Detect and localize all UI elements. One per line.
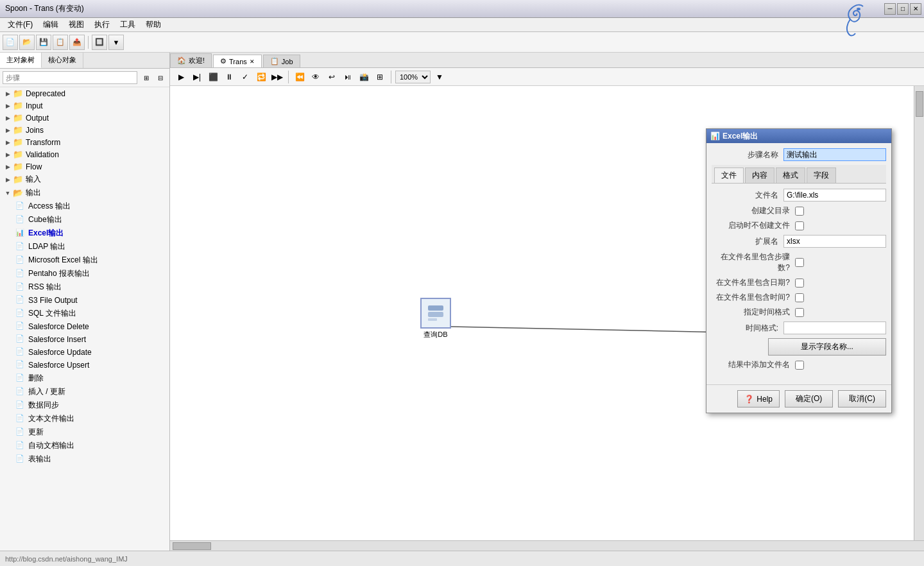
tree-child-sf-upsert[interactable]: 📄 Salesforce Upsert: [13, 359, 169, 372]
dialog-tab-fields[interactable]: 字段: [807, 167, 836, 183]
layers-arrow-btn[interactable]: ▼: [108, 35, 124, 50]
tab-main-objects[interactable]: 主对象树: [0, 53, 42, 68]
tree-child-textout[interactable]: 📄 文本文件输出: [13, 412, 169, 425]
createdir-checkbox[interactable]: [795, 207, 804, 216]
time-label: 在文件名里包含时间?: [712, 292, 795, 303]
zoom-dropdown-btn[interactable]: ▼: [432, 70, 447, 84]
tree-child-rss[interactable]: 📄 RSS 输出: [13, 280, 169, 294]
minimize-btn[interactable]: ─: [884, 3, 896, 15]
tree-child-access[interactable]: 📄 Access 输出: [13, 200, 169, 213]
tab-core-objects[interactable]: 核心对象: [42, 53, 83, 68]
tree-child-pentaho[interactable]: 📄 Pentaho 报表输出: [13, 267, 169, 280]
tree-child-sql[interactable]: 📄 SQL 文件输出: [13, 307, 169, 320]
tree-item-flow[interactable]: ▶ 📁 Flow: [0, 160, 169, 173]
tree-child-ldap[interactable]: 📄 LDAP 输出: [13, 240, 169, 253]
menu-execute[interactable]: 执行: [89, 18, 115, 31]
menu-file[interactable]: 文件(F): [3, 18, 38, 31]
saveas-btn[interactable]: 📋: [53, 35, 68, 50]
addfilename-label: 结果中添加文件名: [712, 359, 795, 370]
tree-child-update[interactable]: 📄 更新: [13, 425, 169, 439]
tree-child-excel[interactable]: 📊 Excel输出: [13, 227, 169, 240]
replay-btn[interactable]: ↩: [325, 70, 339, 84]
tree-child-s3[interactable]: 📄 S3 File Output: [13, 294, 169, 307]
tree-item-deprecated[interactable]: ▶ 📁 Deprecated: [0, 87, 169, 99]
tree-child-access-label: Access 输出: [28, 201, 71, 212]
tree-item-validation[interactable]: ▶ 📁 Validation: [0, 148, 169, 160]
tab-trans-close[interactable]: ✕: [250, 58, 255, 65]
tab-trans[interactable]: ⚙ Trans ✕: [213, 55, 262, 67]
stepnr-checkbox[interactable]: [795, 258, 804, 267]
tab-welcome[interactable]: 🏠 欢迎!: [170, 53, 212, 67]
dontcreate-checkbox[interactable]: [795, 221, 804, 230]
pause-btn[interactable]: ⏸: [222, 70, 236, 84]
bottom-scrollbar[interactable]: [170, 540, 924, 551]
export-btn[interactable]: 📤: [69, 35, 85, 50]
tree-child-sf-delete[interactable]: 📄 Salesforce Delete: [13, 320, 169, 333]
menu-tools[interactable]: 工具: [115, 18, 141, 31]
search-input[interactable]: [3, 71, 137, 84]
layers-btn[interactable]: 🔲: [92, 35, 107, 50]
stop-btn[interactable]: ⬛: [206, 70, 220, 84]
stepname-input[interactable]: [783, 148, 886, 161]
open-btn[interactable]: 📂: [19, 35, 35, 50]
zoom-select[interactable]: 100% 75% 50% 125% 150% 200%: [395, 71, 431, 83]
tab-job[interactable]: 📋 Job: [263, 55, 300, 67]
tree-child-sf-insert[interactable]: 📄 Salesforce Insert: [13, 333, 169, 346]
new-btn[interactable]: 📄: [3, 35, 18, 50]
tree-child-msexcel[interactable]: 📄 Microsoft Excel 输出: [13, 253, 169, 267]
tree-child-insert-update[interactable]: 📄 插入 / 更新: [13, 385, 169, 399]
tree-child-tableout[interactable]: 📄 表输出: [13, 452, 169, 466]
cancel-btn[interactable]: 取消(C): [838, 390, 886, 407]
run-btn[interactable]: ▶: [174, 70, 188, 84]
folder-transform-icon: 📁: [13, 137, 23, 147]
maximize-btn[interactable]: □: [897, 3, 909, 15]
tree-item-transform[interactable]: ▶ 📁 Transform: [0, 136, 169, 148]
tree-child-autodoc[interactable]: 📄 自动文档输出: [13, 439, 169, 452]
specifytime-checkbox[interactable]: [795, 308, 804, 317]
tree-child-datasync[interactable]: 📄 数据同步: [13, 399, 169, 412]
hscroll-thumb[interactable]: [173, 542, 211, 550]
tree-container[interactable]: ▶ 📁 Deprecated ▶ 📁 Input ▶ 📁 Output ▶ 📁 …: [0, 87, 169, 551]
run-steps-btn[interactable]: 🔁: [254, 70, 268, 84]
menu-help[interactable]: 帮助: [141, 18, 166, 31]
filename-input[interactable]: [783, 189, 886, 202]
step-back-btn[interactable]: ⏪: [293, 70, 307, 84]
run-preview-btn[interactable]: ▶|: [190, 70, 204, 84]
time-checkbox[interactable]: [795, 293, 804, 302]
tree-child-sf-update[interactable]: 📄 Salesforce Update: [13, 346, 169, 359]
addfilename-checkbox[interactable]: [795, 361, 804, 370]
close-btn[interactable]: ✕: [910, 3, 921, 15]
run-all-btn[interactable]: ▶▶: [270, 70, 284, 84]
vscroll-thumb[interactable]: [916, 91, 923, 117]
timeformat-input[interactable]: [783, 322, 886, 334]
menu-view[interactable]: 视图: [64, 18, 89, 31]
tree-item-input[interactable]: ▶ 📁 Input: [0, 99, 169, 112]
grid-btn[interactable]: ⊞: [373, 70, 387, 84]
tree-item-input-cn[interactable]: ▶ 📁 输入: [0, 173, 169, 186]
date-checkbox[interactable]: [795, 279, 804, 287]
help-btn[interactable]: ❓ Help: [737, 390, 780, 407]
collapse-all-btn[interactable]: ⊟: [154, 71, 167, 84]
save-btn[interactable]: 💾: [36, 35, 51, 50]
pause2-btn[interactable]: ⏯: [341, 70, 355, 84]
right-scrollbar[interactable]: [914, 86, 924, 540]
window-controls[interactable]: ─ □ ✕: [884, 3, 921, 15]
tree-item-output-cn[interactable]: ▼ 📂 输出: [0, 186, 169, 200]
dialog-tab-format[interactable]: 格式: [776, 167, 805, 183]
dialog-tab-file[interactable]: 文件: [714, 167, 744, 183]
preview-btn[interactable]: 👁: [309, 70, 323, 84]
tree-child-delete[interactable]: 📄 删除: [13, 372, 169, 385]
tree-item-output[interactable]: ▶ 📁 Output: [0, 112, 169, 124]
check-btn[interactable]: ✓: [238, 70, 252, 84]
expand-all-btn[interactable]: ⊞: [140, 71, 153, 84]
extension-input[interactable]: [783, 235, 886, 248]
ok-btn[interactable]: 确定(O): [785, 390, 833, 407]
excel-dialog[interactable]: 📊 Excel输出 步骤名称 文件 内容 格式 字段 文件名: [706, 128, 892, 413]
tree-item-joins[interactable]: ▶ 📁 Joins: [0, 124, 169, 136]
node-querydb[interactable]: 查询DB: [420, 298, 451, 339]
tree-child-cube[interactable]: 📄 Cube输出: [13, 213, 169, 227]
menu-edit[interactable]: 编辑: [38, 18, 64, 31]
dialog-tab-content[interactable]: 内容: [745, 167, 774, 183]
displayfields-btn[interactable]: 显示字段名称...: [768, 338, 886, 356]
preview2-btn[interactable]: 📸: [357, 70, 371, 84]
